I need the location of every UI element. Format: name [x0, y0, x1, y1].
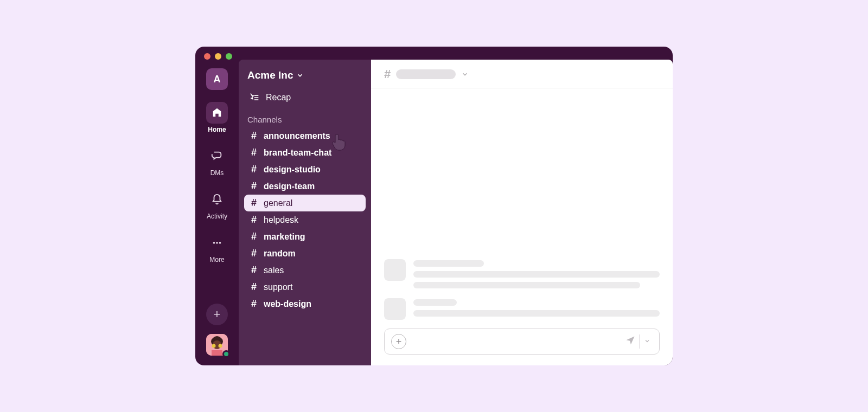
rail-item-dms[interactable]: DMs: [206, 145, 228, 177]
hash-icon: #: [250, 147, 258, 158]
plus-icon: +: [396, 336, 402, 347]
channel-item-design-team[interactable]: #design-team: [244, 178, 366, 195]
message-skeleton: [384, 259, 660, 288]
main-panel: #: [371, 60, 673, 365]
window-zoom-button[interactable]: [226, 53, 232, 60]
channel-item-brand-team-chat[interactable]: #brand-team-chat: [244, 144, 366, 161]
app-window: A Home DMs Activity: [195, 47, 673, 365]
rail-label-home: Home: [208, 126, 226, 133]
channel-header[interactable]: #: [371, 60, 673, 88]
hash-icon: #: [384, 67, 391, 81]
message-skeleton: [384, 298, 660, 320]
skeleton-line: [413, 310, 660, 317]
channel-item-web-design[interactable]: #web-design: [244, 295, 366, 312]
workspace-name: Acme Inc: [247, 69, 293, 81]
channel-item-sales[interactable]: #sales: [244, 262, 366, 279]
channels-section-header[interactable]: Channels: [244, 113, 366, 127]
svg-point-5: [212, 344, 216, 348]
sidebar-item-recap[interactable]: Recap: [244, 89, 366, 113]
skeleton-line: [413, 260, 484, 267]
hash-icon: #: [250, 130, 258, 141]
rail-label-activity: Activity: [207, 213, 227, 220]
hash-icon: #: [250, 214, 258, 226]
send-group: [622, 333, 655, 350]
chevron-down-icon: [296, 72, 304, 79]
message-composer[interactable]: +: [384, 329, 660, 355]
send-options-button[interactable]: [639, 334, 655, 349]
window-minimize-button[interactable]: [215, 53, 221, 60]
home-icon: [206, 102, 228, 124]
channel-name: random: [264, 249, 296, 259]
rail-item-activity[interactable]: Activity: [206, 189, 228, 220]
hash-icon: #: [250, 265, 258, 276]
skeleton-line: [413, 282, 640, 288]
chevron-down-icon: [461, 70, 469, 78]
channel-item-design-studio[interactable]: #design-studio: [244, 161, 366, 178]
channels-header-label: Channels: [247, 115, 282, 124]
svg-point-1: [216, 242, 218, 244]
channel-name: helpdesk: [264, 215, 298, 225]
chevron-down-icon: [644, 338, 650, 344]
hash-icon: #: [250, 164, 258, 175]
channel-name: support: [264, 282, 292, 292]
skeleton-line: [413, 271, 660, 278]
rail-label-more: More: [209, 256, 224, 263]
workspace-tile[interactable]: A: [206, 68, 228, 90]
send-icon: [625, 335, 636, 346]
channel-list: #announcements#brand-team-chat#design-st…: [244, 127, 366, 312]
channel-item-announcements[interactable]: #announcements: [244, 127, 366, 144]
channel-name: general: [264, 198, 292, 208]
rail-item-home[interactable]: Home: [206, 102, 228, 133]
presence-indicator: [222, 350, 230, 358]
more-icon: [206, 232, 228, 254]
dms-icon: [206, 145, 228, 167]
window-titlebar: [195, 47, 673, 60]
channel-name: announcements: [264, 131, 330, 141]
channel-name: design-team: [264, 182, 315, 191]
hash-icon: #: [250, 248, 258, 259]
channel-item-random[interactable]: #random: [244, 245, 366, 262]
channel-item-support[interactable]: #support: [244, 279, 366, 295]
channel-item-general[interactable]: #general: [244, 195, 366, 211]
bell-icon: [206, 189, 228, 210]
skeleton-line: [413, 299, 457, 306]
svg-point-6: [219, 344, 222, 348]
rail-label-dms: DMs: [210, 169, 224, 177]
recap-label: Recap: [266, 93, 291, 102]
channel-title-placeholder: [396, 69, 456, 79]
app-body: A Home DMs Activity: [195, 60, 673, 365]
svg-point-2: [219, 242, 221, 244]
workspace-rail: A Home DMs Activity: [195, 60, 239, 365]
workspace-switcher[interactable]: Acme Inc: [244, 67, 366, 89]
plus-icon: +: [214, 307, 221, 321]
avatar-placeholder: [384, 298, 406, 320]
channel-sidebar: Acme Inc Recap Channels #announcements#b…: [239, 60, 371, 365]
hash-icon: #: [250, 281, 258, 293]
svg-rect-7: [212, 350, 222, 356]
message-list: [371, 88, 673, 323]
channel-item-helpdesk[interactable]: #helpdesk: [244, 211, 366, 228]
hash-icon: #: [250, 197, 258, 209]
attach-button[interactable]: +: [391, 334, 406, 349]
svg-point-0: [213, 242, 215, 244]
avatar-placeholder: [384, 259, 406, 281]
user-avatar[interactable]: [206, 334, 228, 356]
channel-item-marketing[interactable]: #marketing: [244, 228, 366, 245]
rail-item-more[interactable]: More: [206, 232, 228, 263]
composer-area: +: [371, 323, 673, 365]
window-close-button[interactable]: [204, 53, 210, 60]
send-button[interactable]: [622, 333, 639, 350]
hash-icon: #: [250, 181, 258, 192]
recap-icon: [248, 92, 259, 103]
hash-icon: #: [250, 231, 258, 242]
channel-name: design-studio: [264, 165, 321, 175]
channel-name: brand-team-chat: [264, 148, 331, 158]
new-button[interactable]: +: [206, 304, 228, 325]
channel-name: web-design: [264, 299, 311, 309]
hash-icon: #: [250, 298, 258, 310]
channel-name: sales: [264, 266, 284, 275]
channel-name: marketing: [264, 232, 305, 242]
